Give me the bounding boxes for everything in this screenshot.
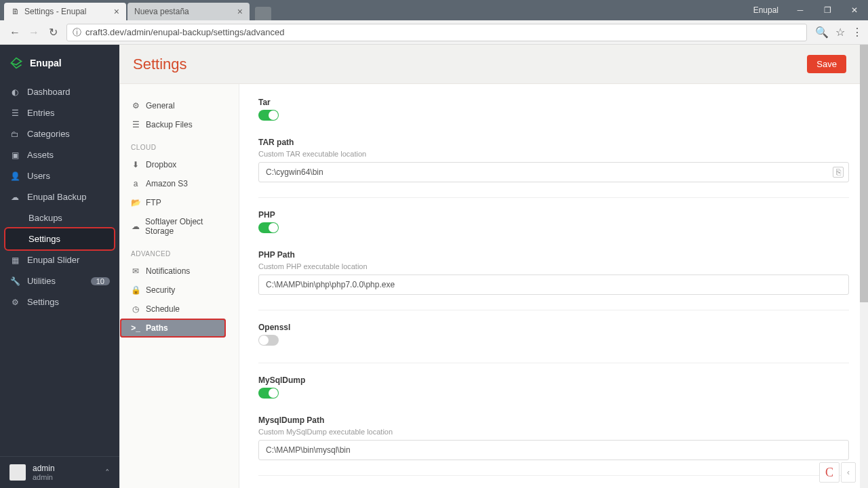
page-icon: 🗎	[11, 7, 20, 16]
gear-icon: ⚙	[9, 298, 20, 307]
reload-button[interactable]: ↻	[43, 23, 62, 42]
url-text: craft3.dev/admin/enupal-backup/settings/…	[85, 27, 284, 37]
section-pgdump: PgDump	[258, 475, 849, 488]
subnav-heading-cloud: CLOUD	[120, 134, 239, 155]
openssl-toggle[interactable]	[258, 335, 279, 346]
forward-button: →	[24, 23, 43, 42]
nav-settings[interactable]: ⚙Settings	[0, 291, 119, 312]
lock-icon: 🔒	[131, 285, 140, 295]
scrollbar-track[interactable]	[860, 45, 868, 488]
tar-toggle[interactable]	[258, 110, 279, 121]
nav-enupal-backup[interactable]: ☁Enupal Backup	[0, 186, 119, 207]
subnav-softlayer[interactable]: ☁Softlayer Object Storage	[120, 212, 239, 241]
zoom-icon[interactable]: 🔍	[815, 26, 829, 39]
subnav-dropbox[interactable]: ⬇Dropbox	[120, 155, 239, 174]
section-php: PHP PHP Path Custom PHP executable locat…	[258, 197, 849, 295]
cloud-icon: ☁	[9, 192, 20, 202]
close-icon[interactable]: ×	[114, 6, 119, 17]
tar-path-help: Custom TAR executable location	[258, 150, 849, 158]
php-path-help: Custom PHP executable location	[258, 262, 849, 270]
section-mysqldump: MySqlDump MysqlDump Path Custom MySqlDum…	[258, 363, 849, 460]
mysqldump-path-help: Custom MySqlDump executable location	[258, 428, 849, 436]
brand-name: Enupal	[30, 58, 62, 68]
nav-backup-backups[interactable]: Backups	[0, 207, 119, 228]
mysqldump-toggle[interactable]	[258, 388, 279, 399]
tab-bar: 🗎 Settings - Enupal × Nueva pestaña ×	[0, 0, 868, 20]
brand-logo-icon	[9, 56, 23, 70]
address-bar: ← → ↻ ⓘ craft3.dev/admin/enupal-backup/s…	[0, 20, 868, 45]
subnav-schedule[interactable]: ◷Schedule	[120, 300, 239, 319]
close-window-button[interactable]: ✕	[841, 1, 868, 19]
app: Enupal ◐Dashboard ☰Entries 🗀Categories ▣…	[0, 45, 868, 488]
mysqldump-path-input[interactable]	[258, 440, 849, 460]
terminal-icon: >_	[131, 323, 140, 333]
php-label: PHP	[258, 210, 849, 220]
subnav-paths[interactable]: >_Paths	[120, 319, 226, 338]
php-toggle[interactable]	[258, 222, 279, 233]
gauge-icon: ◐	[9, 87, 20, 97]
site-info-icon[interactable]: ⓘ	[73, 26, 81, 39]
nav-assets[interactable]: ▣Assets	[0, 144, 119, 165]
content: Settings Save ⚙General ☰Backup Files CLO…	[119, 45, 868, 488]
browser-chrome: 🗎 Settings - Enupal × Nueva pestaña × En…	[0, 0, 868, 45]
user-role: admin	[33, 473, 55, 481]
current-user[interactable]: admin admin ˄	[0, 456, 119, 488]
subnav-security[interactable]: 🔒Security	[120, 281, 239, 300]
gear-icon: ⚙	[131, 101, 140, 110]
corner-c-button[interactable]: C	[819, 462, 840, 483]
subnav-ftp[interactable]: 📂FTP	[120, 193, 239, 212]
scrollbar-thumb[interactable]	[860, 45, 868, 302]
tar-path-input[interactable]	[258, 162, 849, 182]
nav-dashboard[interactable]: ◐Dashboard	[0, 81, 119, 102]
menu-icon[interactable]: ⋮	[852, 26, 863, 39]
nav-entries[interactable]: ☰Entries	[0, 102, 119, 123]
subnav-notifications[interactable]: ✉Notifications	[120, 262, 239, 281]
user-icon: 👤	[9, 171, 20, 181]
subnav-amazon-s3[interactable]: aAmazon S3	[120, 174, 239, 193]
subnav-general[interactable]: ⚙General	[120, 96, 239, 115]
back-button[interactable]: ←	[5, 23, 24, 42]
cloud-icon: ☁	[131, 222, 140, 231]
page-title: Settings	[133, 56, 187, 73]
save-button[interactable]: Save	[807, 55, 846, 73]
browser-tab-active[interactable]: 🗎 Settings - Enupal ×	[4, 3, 126, 20]
tab-title: Settings - Enupal	[24, 7, 86, 16]
clock-icon: ◷	[131, 304, 140, 314]
section-tar: Tar TAR path Custom TAR executable locat…	[258, 98, 849, 182]
dropbox-icon: ⬇	[131, 160, 140, 169]
nav-categories[interactable]: 🗀Categories	[0, 123, 119, 144]
minimize-button[interactable]: ─	[787, 1, 814, 19]
image-icon: ▣	[9, 150, 20, 160]
star-icon[interactable]: ☆	[835, 26, 845, 39]
corner-widget[interactable]: C ‹	[819, 462, 856, 483]
openssl-label: Openssl	[258, 323, 849, 332]
browser-profile[interactable]: Enupal	[745, 5, 787, 15]
chevron-up-icon[interactable]: ˄	[105, 468, 110, 478]
list-icon: ☰	[9, 108, 20, 118]
subnav-backup-files[interactable]: ☰Backup Files	[120, 115, 239, 134]
browser-tab[interactable]: Nueva pestaña ×	[127, 3, 250, 20]
section-openssl: Openssl	[258, 310, 849, 348]
maximize-button[interactable]: ❐	[814, 1, 841, 19]
mysqldump-label: MySqlDump	[258, 375, 849, 385]
nav-enupal-slider[interactable]: ▦Enupal Slider	[0, 249, 119, 270]
amazon-icon: a	[131, 179, 140, 188]
url-input[interactable]: ⓘ craft3.dev/admin/enupal-backup/setting…	[66, 24, 807, 41]
subnav-heading-advanced: ADVANCED	[120, 241, 239, 262]
tar-label: Tar	[258, 98, 849, 107]
nav-users[interactable]: 👤Users	[0, 165, 119, 186]
nav-backup-settings[interactable]: Settings	[5, 228, 114, 249]
php-path-input[interactable]	[258, 274, 849, 295]
settings-subnav: ⚙General ☰Backup Files CLOUD ⬇Dropbox aA…	[120, 84, 239, 488]
tab-title: Nueva pestaña	[134, 7, 189, 16]
slider-icon: ▦	[9, 256, 20, 265]
nav-utilities[interactable]: 🔧Utilities10	[0, 270, 119, 291]
corner-chevron-button[interactable]: ‹	[841, 462, 856, 483]
new-tab-button[interactable]	[255, 7, 271, 20]
brand[interactable]: Enupal	[0, 45, 119, 81]
autofill-icon[interactable]: ⎘	[833, 167, 844, 178]
folder-open-icon: 📂	[131, 198, 140, 207]
window-controls: Enupal ─ ❐ ✕	[745, 0, 868, 20]
folder-icon: 🗀	[9, 129, 20, 139]
close-icon[interactable]: ×	[237, 6, 243, 17]
